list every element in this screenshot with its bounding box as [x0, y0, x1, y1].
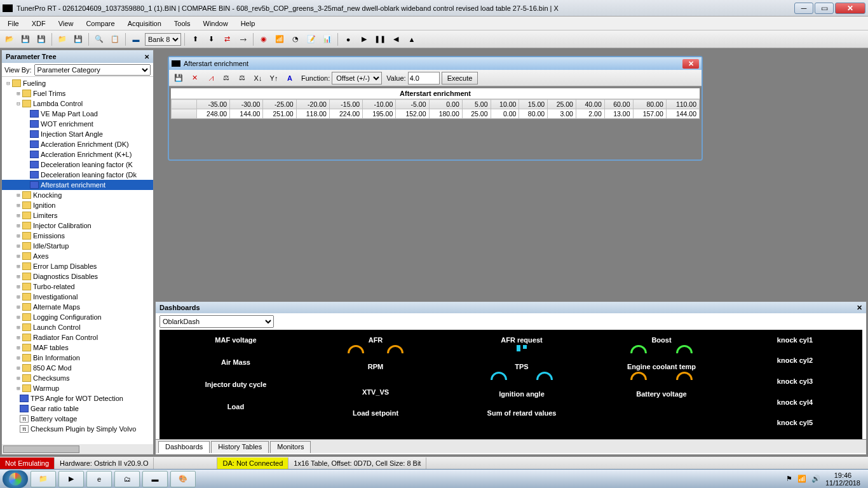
- tree-folder[interactable]: ⊞Alternate Maps: [2, 302, 153, 312]
- tree-item[interactable]: VE Map Part Load: [2, 109, 153, 119]
- task-media-icon[interactable]: ▶: [58, 471, 84, 487]
- menu-file[interactable]: File: [3, 18, 24, 29]
- yup-icon[interactable]: Y↑: [267, 71, 281, 85]
- tool-gauge-icon[interactable]: ◔: [288, 32, 302, 46]
- xdown-icon[interactable]: X↓: [251, 71, 265, 85]
- dashboards-close-icon[interactable]: ✕: [857, 304, 862, 312]
- tool-floppy-icon[interactable]: 💾: [71, 32, 85, 46]
- viewby-select[interactable]: Parameter Category: [34, 64, 151, 76]
- tool-save-icon[interactable]: 💾: [18, 32, 32, 46]
- tool-chart-icon[interactable]: 📊: [320, 32, 334, 46]
- dashboard-select[interactable]: OblarkDash: [159, 315, 274, 328]
- tool-download-icon[interactable]: ⬇: [204, 32, 218, 46]
- menu-view[interactable]: View: [53, 18, 79, 29]
- menu-tools[interactable]: Tools: [169, 18, 196, 29]
- tree-folder[interactable]: ⊞Radiator Fan Control: [2, 332, 153, 342]
- save-icon[interactable]: 💾: [172, 71, 186, 85]
- execute-button[interactable]: Execute: [442, 72, 478, 85]
- task-chip-icon[interactable]: ▬: [142, 471, 168, 487]
- menu-help[interactable]: Help: [236, 18, 261, 29]
- maximize-button[interactable]: ▭: [815, 3, 834, 14]
- task-ie-icon[interactable]: e: [86, 471, 112, 487]
- minimize-button[interactable]: ─: [794, 3, 813, 14]
- system-tray[interactable]: ⚑ 📶 🔊 19:46 11/12/2018: [786, 471, 865, 487]
- tree-folder[interactable]: ⊞850 AC Mod: [2, 363, 153, 373]
- compare-icon[interactable]: ⚖: [219, 71, 233, 85]
- tree-folder[interactable]: ⊞Axes: [2, 251, 153, 261]
- menu-window[interactable]: Window: [198, 18, 233, 29]
- tool-play-icon[interactable]: ▶: [357, 32, 371, 46]
- tree-item[interactable]: Gear ratio table: [2, 403, 153, 414]
- tree-item[interactable]: WOT enrichment: [2, 119, 153, 129]
- tree-item-afterstart[interactable]: Afterstart enrichment: [2, 180, 153, 190]
- tool-trace2-icon[interactable]: 📶: [273, 32, 287, 46]
- menu-xdf[interactable]: XDF: [27, 18, 51, 29]
- tree-item[interactable]: πChecksum Plugin by Simply Volvo: [2, 424, 153, 434]
- tree-folder[interactable]: ⊞Idle/Startup: [2, 241, 153, 251]
- menu-acquisition[interactable]: Acquisition: [123, 18, 166, 29]
- task-explorer-icon[interactable]: 📁: [31, 471, 56, 487]
- tool-open-icon[interactable]: 📂: [3, 32, 17, 46]
- function-select[interactable]: Offset (+/-): [332, 72, 382, 85]
- tree-hscroll[interactable]: [2, 444, 153, 454]
- tool-diff-icon[interactable]: 🡒: [236, 32, 250, 46]
- tree-folder[interactable]: ⊞Emissions: [2, 231, 153, 241]
- tree-folder[interactable]: ⊞Limiters: [2, 210, 153, 220]
- tree-folder[interactable]: ⊞Checksums: [2, 373, 153, 383]
- data-grid[interactable]: -35.00-30.00-25.00-20.00-15.00-10.00-5.0…: [171, 99, 700, 119]
- tree-folder[interactable]: ⊞Turbo-related: [2, 281, 153, 292]
- tool-trace-icon[interactable]: ⇄: [220, 32, 234, 46]
- tree-item[interactable]: Deceleration leaning factor (K: [2, 159, 153, 170]
- graph-icon[interactable]: ⩘: [203, 71, 217, 85]
- tray-clock[interactable]: 19:46 11/12/2018: [825, 471, 860, 487]
- value-input[interactable]: [408, 72, 440, 85]
- task-app-icon[interactable]: 🗂: [114, 471, 140, 487]
- tree-folder[interactable]: ⊞Launch Control: [2, 322, 153, 332]
- tree-item[interactable]: Injection Start Angle: [2, 129, 153, 139]
- tray-flag-icon[interactable]: ⚑: [786, 475, 792, 483]
- tree-folder[interactable]: ⊞Injector Calibration: [2, 220, 153, 231]
- tab-dashboards[interactable]: Dashboards: [158, 441, 210, 453]
- tree-folder[interactable]: ⊞Ignition: [2, 200, 153, 210]
- tool-rew-icon[interactable]: ◀: [389, 32, 403, 46]
- tool-pause-icon[interactable]: ❚❚: [373, 32, 387, 46]
- font-icon[interactable]: A: [283, 71, 297, 85]
- tree-folder[interactable]: ⊞Knocking: [2, 190, 153, 200]
- tab-history[interactable]: History Tables: [211, 441, 269, 453]
- start-button[interactable]: [3, 470, 28, 488]
- x-icon[interactable]: ✕: [187, 71, 201, 85]
- tool-search-icon[interactable]: 🔍: [92, 32, 106, 46]
- tool-chip-icon[interactable]: ▬: [129, 32, 143, 46]
- tool-savebank-icon[interactable]: 💾: [34, 32, 48, 46]
- tree-folder[interactable]: ⊞MAF tables: [2, 342, 153, 353]
- tree-folder[interactable]: ⊞Warmup: [2, 383, 153, 393]
- tree-close-icon[interactable]: ✕: [144, 53, 149, 60]
- menu-compare[interactable]: Compare: [81, 18, 119, 29]
- table-window-titlebar[interactable]: Afterstart enrichment ✕: [169, 57, 702, 70]
- tree-lambda-control[interactable]: ⊟Lambda Control: [2, 98, 153, 109]
- tree-body[interactable]: ⊟Fueling ⊞Fuel Trims ⊟Lambda Control VE …: [2, 77, 153, 444]
- tree-item[interactable]: Deceleration leaning factor (Dk: [2, 170, 153, 180]
- tree-folder[interactable]: ⊞Error Lamp Disables: [2, 261, 153, 271]
- tool-stop-icon[interactable]: ◉: [257, 32, 271, 46]
- tree-item[interactable]: Accleration Enrichment (DK): [2, 139, 153, 149]
- tree-item[interactable]: πBattery voltage: [2, 414, 153, 424]
- tool-log-icon[interactable]: 📝: [304, 32, 318, 46]
- tree-fuel-trims[interactable]: ⊞Fuel Trims: [2, 88, 153, 98]
- tree-folder[interactable]: ⊞Diagnostics Disables: [2, 271, 153, 281]
- tool-eject-icon[interactable]: ▲: [405, 32, 419, 46]
- tray-volume-icon[interactable]: 🔊: [811, 475, 820, 483]
- tree-folder[interactable]: ⊞Logging Configuration: [2, 312, 153, 322]
- tool-upload-icon[interactable]: ⬆: [188, 32, 202, 46]
- tree-folder[interactable]: ⊞Investigational: [2, 292, 153, 302]
- tool-bulk-icon[interactable]: 📋: [108, 32, 122, 46]
- table-close-button[interactable]: ✕: [682, 59, 699, 69]
- tray-network-icon[interactable]: 📶: [797, 475, 806, 483]
- scale-icon[interactable]: ⚖: [235, 71, 249, 85]
- bank-select[interactable]: Bank 8: [145, 33, 181, 46]
- tab-monitors[interactable]: Monitors: [270, 441, 311, 453]
- task-paint-icon[interactable]: 🎨: [170, 471, 196, 487]
- tree-folder[interactable]: ⊞Bin Information: [2, 353, 153, 363]
- tool-record-icon[interactable]: ●: [341, 32, 355, 46]
- tool-folder-icon[interactable]: 📁: [55, 32, 69, 46]
